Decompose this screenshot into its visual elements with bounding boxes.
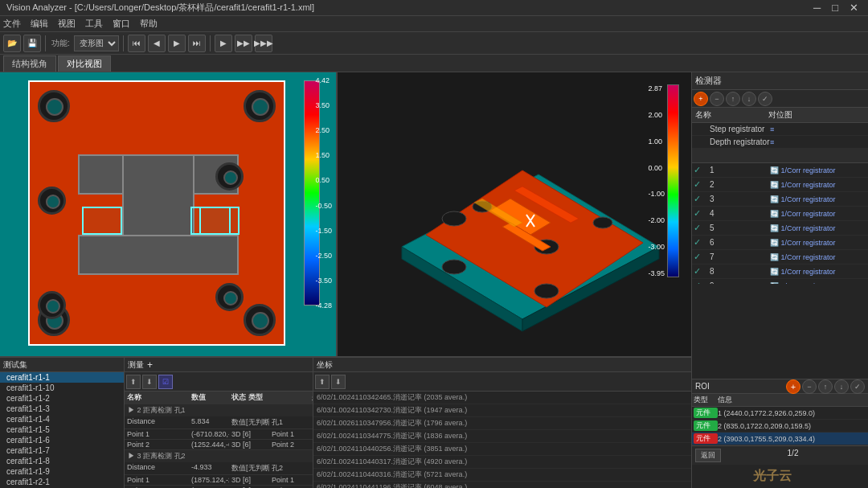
tree-item-6[interactable]: cerafit1-r1-6 — [0, 435, 124, 445]
roi-row-0[interactable]: 元件 1 (2440.0,1772.2,926.0,259.0) — [692, 407, 868, 420]
coord-row-1[interactable]: 6/03/1.0024110342730.消逝记率 (1947 avera.) — [313, 404, 691, 417]
tab-structure[interactable]: 结构视角 — [3, 55, 56, 72]
tree-item-7[interactable]: cerafit1-r1-7 — [0, 445, 124, 456]
right-panel-header: 检测器 — [692, 72, 868, 90]
tab-compare[interactable]: 对比视图 — [58, 55, 111, 72]
menu-edit[interactable]: 编辑 — [31, 18, 48, 30]
next-btn[interactable]: ▶ — [168, 35, 186, 52]
coord-row-0[interactable]: 6/02/1.0024110342465.消逝记率 (2035 avera.) — [313, 392, 691, 404]
roi-minus-btn[interactable]: − — [802, 379, 817, 394]
rt-minus-btn[interactable]: − — [710, 92, 724, 106]
checklist-2[interactable]: ✓ 2 🔄 1/Corr registrator — [692, 178, 868, 192]
play-btn1[interactable]: ▶ — [215, 35, 232, 52]
roi-coords-0: 1 (2440.0,1772.2,926.0,259.0) — [718, 409, 862, 417]
checklist-step[interactable]: Step registrator ≡ — [692, 123, 868, 136]
prev-btn[interactable]: ◀ — [148, 35, 166, 52]
hole-tl — [38, 90, 70, 122]
coord-toolbar: ⬆ ⬇ — [313, 372, 691, 392]
rt-up-btn[interactable]: ↑ — [726, 92, 740, 106]
coord-row-6[interactable]: 6/02/1.0024110440316.消逝记率 (5721 avera.) — [313, 469, 691, 482]
tree-item-5[interactable]: cerafit1-r1-5 — [0, 424, 124, 435]
tree-item-8[interactable]: cerafit1-r1-8 — [0, 456, 124, 466]
measure-row-2-p1[interactable]: Point 1(-6710.820,-25...3D [6]Point 1 — [125, 429, 313, 440]
tree-item-9[interactable]: cerafit1-r1-9 — [0, 466, 124, 477]
menu-tools[interactable]: 工具 — [85, 18, 103, 30]
coord-panel: 坐标 ⬆ ⬇ 6/02/1.0024110342465.消逝记率 (2035 a… — [313, 358, 691, 488]
close-button[interactable]: ✕ — [846, 2, 862, 14]
menu-file[interactable]: 文件 — [3, 18, 21, 30]
roi-title: ROI — [695, 382, 710, 391]
roi-back-btn[interactable]: 返回 — [695, 449, 721, 462]
colorbar-container: 4.42 3.50 2.50 1.50 0.50 -0.50 -1.50 -2.… — [288, 72, 336, 356]
measure-group-2[interactable]: ▶ 2 距离检测 孔1 — [125, 404, 313, 416]
play-btn2[interactable]: ▶▶ — [235, 35, 252, 52]
coord-icon-1[interactable]: ⬆ — [315, 375, 330, 389]
minimize-button[interactable]: ─ — [810, 2, 824, 14]
checklist-4[interactable]: ✓ 4 🔄 1/Corr registrator — [692, 207, 868, 221]
view-2d[interactable]: 4.42 3.50 2.50 1.50 0.50 -0.50 -1.50 -2.… — [0, 72, 338, 356]
coord-row-7[interactable]: 6/02/1.0024110441196.消逝记率 (6048 avera.) — [313, 482, 691, 488]
roi-up-btn[interactable]: ↑ — [818, 379, 833, 394]
measure-add-icon[interactable]: + — [147, 359, 153, 371]
checklist-8[interactable]: ✓ 8 🔄 1/Corr registrator — [692, 265, 868, 279]
tree-item-4[interactable]: cerafit1-r1-4 — [0, 414, 124, 424]
menu-help[interactable]: 帮助 — [140, 18, 158, 30]
checklist-5[interactable]: ✓ 5 🔄 1/Corr registrator — [692, 221, 868, 236]
coord-row-2[interactable]: 6/02/1.0026110347956.消逝记率 (1796 avera.) — [313, 417, 691, 430]
tree-list: cerafit1-r1-1 cerafit1-r1-10 cerafit1-r1… — [0, 372, 124, 488]
last-btn[interactable]: ⏭ — [188, 35, 206, 52]
roi-row-2[interactable]: 元件 2 (3903.0,1755.5,209.0,334.4) — [692, 433, 868, 445]
coord-row-3[interactable]: 6/02/1.0024110344775.消逝记率 (1836 avera.) — [313, 430, 691, 443]
tree-item-10[interactable]: cerafit1-r2-1 — [0, 477, 124, 487]
save-button[interactable]: 💾 — [23, 35, 41, 52]
measure-row-3-dist[interactable]: Distance-4.933数值[无判断]孔2 — [125, 462, 313, 475]
svg-point-4 — [442, 211, 466, 226]
open-button[interactable]: 📂 — [3, 35, 21, 52]
coord-row-5[interactable]: 6/02/1.0024110440317.消逝记率 (4920 avera.) — [313, 456, 691, 469]
tree-item-3[interactable]: cerafit1-r1-3 — [0, 404, 124, 414]
measure-icon-check[interactable]: ☑ — [158, 375, 173, 389]
menu-view[interactable]: 视图 — [58, 18, 76, 30]
measure-toolbar: ⬆ ⬇ ☑ — [125, 372, 313, 392]
checklist-depth[interactable]: Depth registrator ≡ — [692, 136, 868, 149]
roi-check-btn[interactable]: ✓ — [850, 379, 865, 394]
roi-row-1[interactable]: 元件 2 (835.0,1722.0,209.0,159.5) — [692, 420, 868, 433]
coord-icon-2[interactable]: ⬇ — [331, 375, 346, 389]
measure-icon-1[interactable]: ⬆ — [126, 375, 141, 389]
tree-item-0[interactable]: cerafit1-r1-1 — [0, 372, 124, 383]
tree-item-2[interactable]: cerafit1-r1-2 — [0, 393, 124, 404]
measure-row-2-dist[interactable]: Distance5.834数值[无判断]孔1 — [125, 416, 313, 429]
roi-add-btn[interactable]: + — [786, 379, 800, 394]
roi-down-btn[interactable]: ↓ — [834, 379, 849, 394]
checklist-7[interactable]: ✓ 7 🔄 1/Corr registrator — [692, 250, 868, 265]
hole-ml2 — [38, 291, 66, 319]
col-name: 名称 — [125, 392, 189, 404]
measure-icon-2[interactable]: ⬇ — [142, 375, 157, 389]
measure-group-3[interactable]: ▶ 3 距离检测 孔2 — [125, 450, 313, 462]
play-btn3[interactable]: ▶▶▶ — [255, 35, 272, 52]
mode-select[interactable]: 变形图 对比图 — [74, 35, 119, 51]
menu-window[interactable]: 窗口 — [113, 18, 130, 30]
checklist-9[interactable]: ✓ 9 🔄 1/Corr registrator — [692, 279, 868, 284]
tree-item-1[interactable]: cerafit1-r1-10 — [0, 383, 124, 393]
rt-check-btn[interactable]: ✓ — [758, 92, 772, 106]
coord-row-4[interactable]: 6/02/1.0024110440256.消逝记率 (3851 avera.) — [313, 443, 691, 456]
colorbar-val-1: 4.42 — [315, 76, 332, 84]
measure-row-2-p2[interactable]: Point 2(1252.444,-63...3D [6]Point 2 — [125, 440, 313, 450]
colorbar-labels: 4.42 3.50 2.50 1.50 0.50 -0.50 -1.50 -2.… — [315, 76, 332, 310]
rt-down-btn[interactable]: ↓ — [742, 92, 756, 106]
roi-col-header: 类型 信息 — [692, 394, 868, 407]
checklist-1[interactable]: ✓ 1 🔄 1/Corr registrator — [692, 163, 868, 178]
rt-add-btn[interactable]: + — [694, 92, 708, 106]
first-btn[interactable]: ⏮ — [128, 35, 145, 52]
checklist-3[interactable]: ✓ 3 🔄 1/Corr registrator — [692, 192, 868, 207]
measure-row-3-p1[interactable]: Point 1(1875.124,-25...3D [6]Point 1 — [125, 475, 313, 486]
checklist-6[interactable]: ✓ 6 🔄 1/Corr registrator — [692, 236, 868, 250]
toolbar-sep2 — [123, 35, 124, 51]
tree-header-label: 测试集 — [3, 359, 27, 371]
toolbar-sep1 — [45, 35, 46, 51]
view-3d[interactable]: 2.87 2.00 1.00 0.00 -1.00 -2.00 -3.00 -3… — [338, 72, 691, 356]
hole-br — [244, 304, 276, 336]
hole-ml1 — [38, 187, 66, 215]
maximize-button[interactable]: □ — [829, 2, 841, 14]
